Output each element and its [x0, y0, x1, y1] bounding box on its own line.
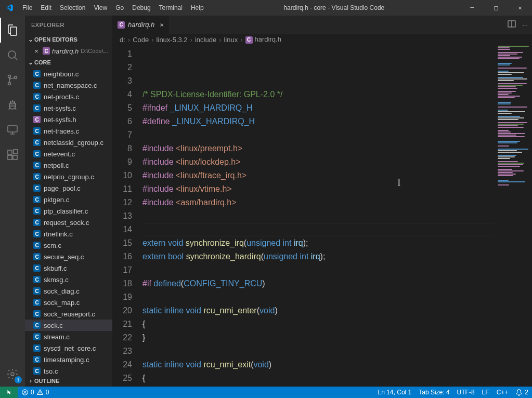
file-item[interactable]: Cnet-traces.c: [25, 125, 112, 137]
breadcrumb[interactable]: d:›Code›linux-5.3.2›include›linux›Chardi…: [112, 34, 532, 45]
file-item[interactable]: Crequest_sock.c: [25, 217, 112, 228]
svg-rect-7: [8, 155, 12, 160]
file-item[interactable]: Cnet-procfs.c: [25, 91, 112, 102]
activity-scm[interactable]: [0, 68, 25, 92]
menu-file[interactable]: File: [18, 0, 36, 16]
file-item[interactable]: Cpage_pool.c: [25, 182, 112, 194]
activity-remote[interactable]: [0, 117, 25, 142]
file-item[interactable]: Cnet_namespace.c: [25, 79, 112, 91]
code-editor[interactable]: 1234567891011121314151617181920212223242…: [112, 45, 532, 387]
section-open-editors[interactable]: ⌄ OPEN EDITORS: [25, 34, 112, 45]
breadcrumb-segment[interactable]: Code: [133, 36, 149, 44]
settings-badge: 1: [15, 376, 22, 383]
activity-search[interactable]: [0, 43, 25, 68]
menu-edit[interactable]: Edit: [36, 0, 56, 16]
c-file-icon: C: [33, 82, 41, 89]
status-problems[interactable]: 0 0: [18, 387, 53, 398]
file-item[interactable]: Csecure_seq.c: [25, 251, 112, 262]
window-controls: ─ □ ✕: [460, 0, 532, 16]
status-language[interactable]: C++: [493, 387, 512, 398]
file-item[interactable]: Csock_map.c: [25, 297, 112, 308]
file-item[interactable]: Csock_reuseport.c: [25, 308, 112, 320]
menu-view[interactable]: View: [89, 0, 111, 16]
file-item[interactable]: Cneighbour.c: [25, 68, 112, 79]
file-item[interactable]: Cscm.c: [25, 240, 112, 251]
minimize-button[interactable]: ─: [460, 0, 484, 16]
breadcrumb-segment[interactable]: linux-5.3.2: [157, 36, 188, 44]
chevron-right-icon: ›: [150, 36, 155, 44]
split-editor-icon[interactable]: [508, 20, 516, 30]
chevron-right-icon: ›: [239, 36, 244, 44]
minimap[interactable]: [496, 45, 532, 387]
section-outline[interactable]: › OUTLINE: [25, 375, 112, 387]
breadcrumb-segment[interactable]: d:: [120, 36, 125, 44]
c-file-icon: C: [33, 127, 41, 135]
close-editor-icon[interactable]: ×: [32, 47, 41, 55]
section-core[interactable]: ⌄ CORE: [25, 57, 112, 68]
file-name: tso.c: [44, 367, 58, 375]
file-item[interactable]: Cnetprio_cgroup.c: [25, 171, 112, 182]
file-name: skbuff.c: [44, 264, 67, 272]
c-header-icon: C: [33, 116, 41, 123]
file-item[interactable]: Csock_diag.c: [25, 285, 112, 297]
file-item[interactable]: Crtnetlink.c: [25, 228, 112, 240]
close-tab-icon[interactable]: ×: [160, 21, 164, 29]
status-bar: 0 0 Ln 14, Col 1 Tab Size: 4 UTF-8 LF C+…: [0, 387, 532, 398]
file-name: netprio_cgroup.c: [44, 173, 94, 181]
file-item[interactable]: Cskmsg.c: [25, 274, 112, 285]
status-eol[interactable]: LF: [478, 387, 493, 398]
file-item[interactable]: Cnet-sysfs.h: [25, 114, 112, 125]
breadcrumb-segment[interactable]: linux: [224, 36, 238, 44]
file-item[interactable]: Csysctl_net_core.c: [25, 342, 112, 354]
file-item[interactable]: Ctimestamping.c: [25, 354, 112, 365]
svg-point-10: [11, 373, 14, 376]
file-item[interactable]: Cnetpoll.c: [25, 160, 112, 171]
menu-selection[interactable]: Selection: [56, 0, 89, 16]
line-gutter: 1234567891011121314151617181920212223242…: [112, 45, 142, 387]
svg-point-3: [15, 76, 17, 79]
file-item[interactable]: Cpktgen.c: [25, 194, 112, 205]
file-name: net-procfs.c: [44, 93, 79, 101]
status-notifications[interactable]: 2: [512, 387, 532, 398]
breadcrumb-file[interactable]: Chardirq.h: [245, 35, 281, 44]
activity-explorer[interactable]: [0, 18, 25, 43]
c-file-icon: C: [33, 219, 41, 226]
c-file-icon: C: [33, 230, 41, 237]
c-file-icon: C: [33, 93, 41, 100]
svg-rect-9: [14, 150, 18, 154]
svg-point-2: [8, 83, 11, 85]
file-item[interactable]: Ctso.c: [25, 365, 112, 375]
file-name: rtnetlink.c: [44, 230, 73, 238]
menu-go[interactable]: Go: [111, 0, 128, 16]
file-item[interactable]: Csock.c: [25, 320, 112, 331]
more-actions-icon[interactable]: ···: [522, 21, 528, 29]
activity-extensions[interactable]: [0, 142, 25, 167]
status-encoding[interactable]: UTF-8: [453, 387, 478, 398]
file-item[interactable]: Cnetclassid_cgroup.c: [25, 137, 112, 148]
close-button[interactable]: ✕: [508, 0, 532, 16]
menu-terminal[interactable]: Terminal: [155, 0, 187, 16]
status-tabsize[interactable]: Tab Size: 4: [415, 387, 453, 398]
chevron-right-icon: ›: [189, 36, 194, 44]
activity-debug[interactable]: [0, 92, 25, 117]
file-name: netclassid_cgroup.c: [44, 139, 103, 147]
tab-hardirq[interactable]: C hardirq.h ×: [112, 16, 170, 34]
file-item[interactable]: Cstream.c: [25, 331, 112, 342]
breadcrumb-segment[interactable]: include: [195, 36, 216, 44]
file-item[interactable]: Cskbuff.c: [25, 262, 112, 274]
activity-settings[interactable]: 1: [0, 362, 25, 387]
svg-point-0: [8, 51, 16, 58]
code-content[interactable]: /* SPDX-License-Identifier: GPL-2.0 */#i…: [142, 45, 532, 387]
menu-bar: FileEditSelectionViewGoDebugTerminalHelp: [18, 0, 208, 16]
menu-help[interactable]: Help: [187, 0, 208, 16]
open-editor-item[interactable]: × C hardirq.h D:\Code\...: [25, 45, 112, 57]
window-title: hardirq.h - core - Visual Studio Code: [208, 4, 460, 11]
file-item[interactable]: Cnetevent.c: [25, 148, 112, 160]
chevron-down-icon: ⌄: [27, 36, 34, 43]
file-item[interactable]: Cnet-sysfs.c: [25, 102, 112, 114]
file-item[interactable]: Cptp_classifier.c: [25, 205, 112, 217]
menu-debug[interactable]: Debug: [128, 0, 154, 16]
status-cursor[interactable]: Ln 14, Col 1: [374, 387, 416, 398]
maximize-button[interactable]: □: [484, 0, 508, 16]
remote-indicator[interactable]: [0, 387, 18, 398]
